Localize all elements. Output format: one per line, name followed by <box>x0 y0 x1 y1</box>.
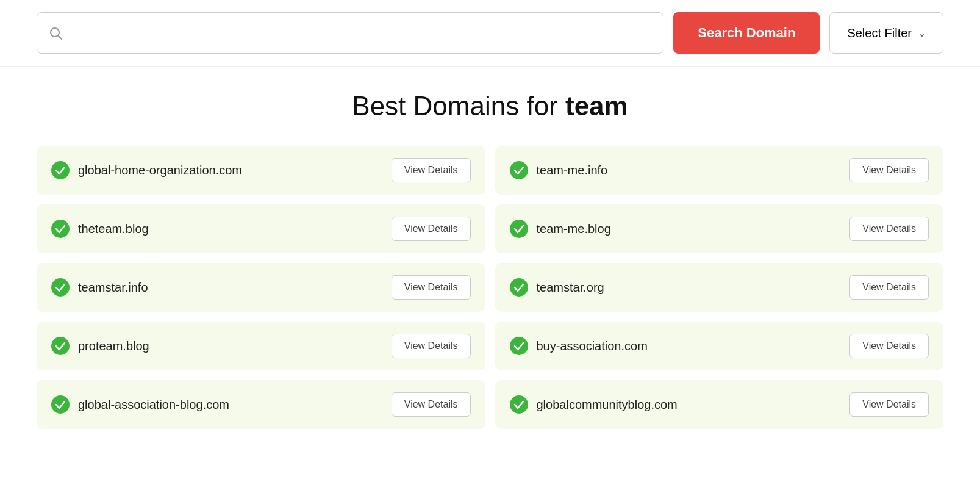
view-details-button[interactable]: View Details <box>849 158 929 182</box>
available-check-icon <box>51 395 70 414</box>
svg-point-7 <box>510 278 528 297</box>
domain-name: team-me.blog <box>537 222 611 236</box>
domain-name: teamstar.org <box>537 281 604 295</box>
view-details-button[interactable]: View Details <box>849 217 929 241</box>
available-check-icon <box>51 161 70 179</box>
available-check-icon <box>510 395 528 414</box>
domain-name: globalcommunityblog.com <box>537 398 678 412</box>
domain-left: proteam.blog <box>51 337 382 355</box>
svg-point-11 <box>510 395 528 414</box>
domain-item: buy-association.com View Details <box>495 322 944 370</box>
svg-point-5 <box>510 220 528 238</box>
heading-prefix: Best Domains for <box>352 91 565 121</box>
svg-point-9 <box>510 337 528 355</box>
domain-item: globalcommunityblog.com View Details <box>495 380 944 429</box>
svg-line-1 <box>59 36 62 40</box>
select-filter-button[interactable]: Select Filter ⌄ <box>829 12 943 54</box>
top-bar: team Search Domain Select Filter ⌄ <box>0 0 980 67</box>
available-check-icon <box>510 220 528 238</box>
svg-point-3 <box>510 161 528 179</box>
view-details-button[interactable]: View Details <box>392 217 471 241</box>
domain-left: teamstar.info <box>51 278 382 297</box>
view-details-button[interactable]: View Details <box>392 392 471 417</box>
svg-point-6 <box>51 278 70 297</box>
domain-left: buy-association.com <box>510 337 840 355</box>
domain-name: global-association-blog.com <box>78 398 229 412</box>
domain-left: globalcommunityblog.com <box>510 395 840 414</box>
available-check-icon <box>510 337 528 355</box>
domain-name: global-home-organization.com <box>78 164 242 178</box>
main-content: Best Domains for team global-home-organi… <box>0 67 980 453</box>
domain-item: global-association-blog.com View Details <box>37 380 485 429</box>
svg-point-4 <box>51 220 70 238</box>
view-details-button[interactable]: View Details <box>849 392 929 417</box>
svg-point-10 <box>51 395 70 414</box>
domain-left: global-home-organization.com <box>51 161 382 179</box>
domain-left: team-me.blog <box>510 220 840 238</box>
domain-item: teamstar.info View Details <box>37 263 485 312</box>
search-wrapper: team <box>37 12 663 54</box>
view-details-button[interactable]: View Details <box>849 275 929 300</box>
domain-name: buy-association.com <box>537 339 648 353</box>
available-check-icon <box>51 278 70 297</box>
domain-left: theteam.blog <box>51 220 382 238</box>
available-check-icon <box>51 220 70 238</box>
domain-item: teamstar.org View Details <box>495 263 944 312</box>
domain-item: proteam.blog View Details <box>37 322 485 370</box>
domain-name: teamstar.info <box>78 281 148 295</box>
svg-point-2 <box>51 161 70 179</box>
domain-left: teamstar.org <box>510 278 840 297</box>
available-check-icon <box>510 278 528 297</box>
domain-item: team-me.info View Details <box>495 146 944 195</box>
domain-item: theteam.blog View Details <box>37 204 485 253</box>
filter-button-label: Select Filter <box>847 26 912 40</box>
svg-point-8 <box>51 337 70 355</box>
domain-name: theteam.blog <box>78 222 149 236</box>
view-details-button[interactable]: View Details <box>392 275 471 300</box>
page-heading: Best Domains for team <box>37 91 943 121</box>
view-details-button[interactable]: View Details <box>392 334 471 358</box>
chevron-down-icon: ⌄ <box>918 27 926 39</box>
search-domain-button[interactable]: Search Domain <box>673 12 820 54</box>
domain-left: team-me.info <box>510 161 840 179</box>
domain-item: team-me.blog View Details <box>495 204 944 253</box>
available-check-icon <box>510 161 528 179</box>
domain-item: global-home-organization.com View Detail… <box>37 146 485 195</box>
search-icon <box>48 26 63 40</box>
domain-name: proteam.blog <box>78 339 149 353</box>
heading-keyword: team <box>565 91 628 121</box>
available-check-icon <box>51 337 70 355</box>
search-input[interactable]: team <box>70 25 652 41</box>
view-details-button[interactable]: View Details <box>392 158 471 182</box>
domain-name: team-me.info <box>537 164 608 178</box>
view-details-button[interactable]: View Details <box>849 334 929 358</box>
domains-grid: global-home-organization.com View Detail… <box>37 146 943 429</box>
domain-left: global-association-blog.com <box>51 395 382 414</box>
